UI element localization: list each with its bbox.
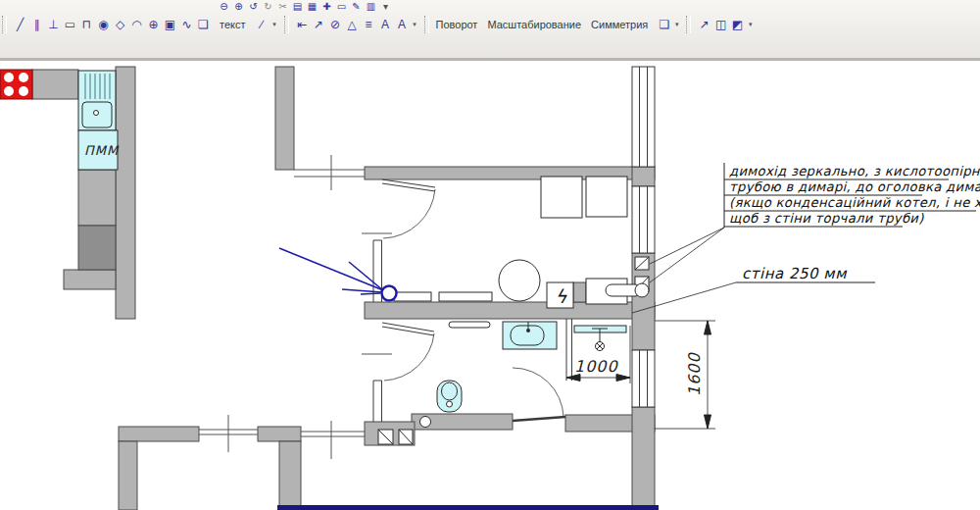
- bath-left-wall: [373, 381, 382, 422]
- wall-stub-small: [573, 282, 586, 302]
- standard-overflow[interactable]: ▾: [378, 1, 393, 13]
- shelf-2[interactable]: [439, 292, 492, 301]
- note-leader-1: [650, 228, 724, 264]
- text-style-a-icon[interactable]: A: [377, 16, 394, 33]
- polygon-tool-icon[interactable]: ◇: [112, 16, 128, 33]
- toilet[interactable]: [437, 381, 462, 412]
- layer-toolbar: ↗◫◩▾: [693, 16, 758, 33]
- draw-overflow[interactable]: ▾: [270, 16, 279, 33]
- zoom-in-icon[interactable]: ⊕: [231, 1, 246, 13]
- appliance-box-1[interactable]: [541, 177, 582, 218]
- copy-transform-icon[interactable]: ❏: [656, 16, 672, 33]
- parallel-lines-icon[interactable]: ∥: [28, 16, 45, 33]
- draw-toolbar-tail: ∕▾: [251, 16, 282, 33]
- floor-plan: ПММ: [0, 61, 980, 510]
- appliance-box-2[interactable]: [586, 177, 627, 217]
- note-line-4: щоб з стіни торчали труби): [729, 211, 924, 226]
- transform-overflow[interactable]: ▾: [672, 16, 681, 33]
- dimension-toolbar: ⇤↗⊘△≡AA▾: [291, 16, 422, 33]
- diameter-dimension-icon[interactable]: ⊘: [327, 16, 344, 33]
- dishwasher[interactable]: ПММ: [78, 130, 120, 170]
- rectangle-tool-icon[interactable]: ▭: [62, 16, 78, 33]
- kitchen-sink[interactable]: [78, 71, 116, 130]
- hatch-tool-icon[interactable]: ∕: [254, 16, 270, 33]
- circle-tool-icon[interactable]: ◉: [95, 16, 112, 33]
- right-wall-pier3: [632, 407, 655, 510]
- selected-circle[interactable]: [382, 286, 397, 301]
- zoom-out-icon[interactable]: ⊖: [217, 1, 231, 13]
- water-tank[interactable]: [499, 260, 540, 301]
- upper-left-wall: [275, 67, 294, 170]
- save-icon[interactable]: ▥: [364, 1, 378, 13]
- layers-overflow[interactable]: ▾: [746, 16, 755, 33]
- rotate-button[interactable]: Поворот: [431, 17, 483, 32]
- window-top: [632, 67, 655, 167]
- angle-dimension-icon[interactable]: △: [344, 16, 361, 33]
- towel-rail[interactable]: [449, 322, 490, 328]
- lower-room-corner: [258, 427, 301, 441]
- wall-note-label: стіна 250 мм: [742, 265, 848, 282]
- toolbar-handle[interactable]: [284, 16, 289, 33]
- window-bottom: [632, 350, 655, 407]
- note-line-1: димохід зеркально, з кислотоопірною: [729, 164, 980, 178]
- redo-icon[interactable]: ↻: [261, 1, 275, 13]
- scale-button[interactable]: Масштабирование: [482, 17, 586, 32]
- brush-icon[interactable]: ✎: [349, 1, 364, 13]
- draw-toolbar: ╱∥⊥▭⊓◉◇◠⊕▣∿❏: [9, 16, 215, 33]
- upper-room-door[interactable]: [382, 179, 435, 238]
- toolbar-handle[interactable]: [686, 16, 691, 33]
- right-wall-pier1: [632, 167, 655, 186]
- dimension-overflow[interactable]: ▾: [411, 16, 419, 33]
- note-line-2: трубою в димарі, до оголовка димаря: [729, 179, 980, 194]
- mirror-button[interactable]: Симметрия: [586, 17, 653, 32]
- stove[interactable]: [0, 70, 32, 99]
- openings-and-ticks: [199, 155, 392, 459]
- circle-axes-icon[interactable]: ⊕: [145, 16, 162, 33]
- toolbar-handle[interactable]: [2, 16, 7, 33]
- kitchen-unit-dark: [78, 226, 116, 270]
- toolbar-handle[interactable]: [424, 16, 429, 33]
- wall-stub: [64, 270, 116, 289]
- lightning-icon: ϟ: [555, 285, 567, 307]
- window-middle: [632, 186, 655, 253]
- drawing-canvas[interactable]: ПММ: [0, 61, 980, 510]
- note-leader-2: [650, 228, 724, 282]
- line-tool-icon[interactable]: ╱: [12, 16, 28, 33]
- toolbar: ⊖⊕↺↻✂▤▦✚▭✎▥▾ ╱∥⊥▭⊓◉◇◠⊕▣∿❏ текст ∕▾ ⇤↗⊘△≡…: [0, 0, 980, 61]
- dim-1600-label: 1600: [685, 351, 704, 396]
- polyline-tool-icon[interactable]: ⊓: [78, 16, 95, 33]
- wall-note[interactable]: стіна 250 мм: [632, 265, 875, 313]
- leader-dimension-icon[interactable]: ↗: [311, 16, 327, 33]
- electric-panel[interactable]: ϟ: [547, 282, 573, 308]
- perpendicular-icon[interactable]: ⊥: [45, 16, 62, 33]
- pointer-icon[interactable]: ↗: [696, 16, 712, 33]
- lower-room-left-wall: [119, 441, 137, 510]
- note-line-3: (якщо конденсаційний котел, і не хочете: [729, 195, 980, 210]
- ellipse-tool-icon[interactable]: ▣: [162, 16, 178, 33]
- window-icon[interactable]: ▭: [334, 1, 349, 13]
- dishwasher-label: ПММ: [84, 143, 120, 158]
- move-icon[interactable]: ✚: [319, 1, 334, 13]
- dimension-1600[interactable]: 1600: [655, 321, 715, 429]
- kitchen-wall: [116, 67, 135, 319]
- text-slant-a-icon[interactable]: A: [394, 16, 411, 33]
- bathroom-door[interactable]: [382, 323, 434, 381]
- shelf-1[interactable]: [394, 292, 431, 301]
- spline-tool-icon[interactable]: ∿: [178, 16, 195, 33]
- selected-wall-line[interactable]: [277, 505, 659, 510]
- arc-tool-icon[interactable]: ◠: [128, 16, 145, 33]
- washbasin[interactable]: [503, 322, 557, 349]
- dimension-1000[interactable]: 1000: [566, 326, 630, 383]
- hatch-dimension-icon[interactable]: ≡: [361, 16, 377, 33]
- copy-icon[interactable]: ▤: [290, 1, 305, 13]
- entry-door[interactable]: [513, 368, 565, 421]
- undo-icon[interactable]: ↺: [246, 1, 261, 13]
- paste-icon[interactable]: ▦: [305, 1, 319, 13]
- text-tool-button[interactable]: текст: [215, 17, 251, 32]
- windows: [632, 67, 655, 407]
- cut-icon[interactable]: ✂: [275, 1, 290, 13]
- linear-dimension-icon[interactable]: ⇤: [294, 16, 311, 33]
- copy-object-icon[interactable]: ❏: [195, 16, 212, 33]
- layers-icon[interactable]: ◫: [712, 16, 729, 33]
- layers-alt-icon[interactable]: ◩: [729, 16, 746, 33]
